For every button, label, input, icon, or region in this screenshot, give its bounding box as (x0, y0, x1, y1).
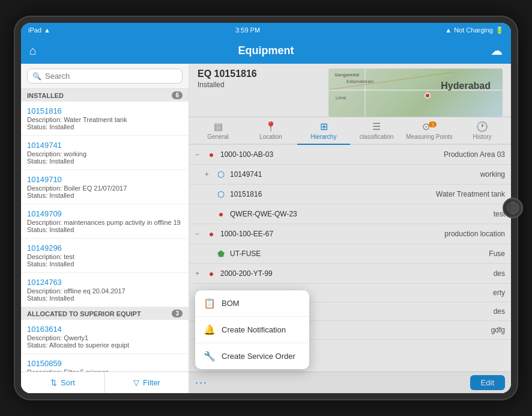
item-id: 10149710 (27, 175, 183, 184)
item-desc: Description: test (27, 253, 183, 260)
tablet-screen: iPad ▲ 3:59 PM ▲ Not Charging 🔋 ⌂ Equipm… (21, 23, 511, 393)
list-item[interactable]: 10149296 Description: test Status: Insta… (21, 239, 189, 273)
right-panel: EQ 10151816 Installed Hyderabad (189, 64, 511, 393)
installed-label: INSTALLED (27, 92, 64, 99)
item-status: Status: Installed (27, 260, 183, 268)
item-status: Status: Installed (27, 295, 183, 302)
item-status: Status: Installed (27, 123, 183, 130)
search-input[interactable] (45, 72, 177, 81)
item-id: 10149709 (27, 209, 183, 218)
item-status: Status: Installed (27, 192, 183, 199)
item-status: Status: Installed (27, 158, 183, 165)
device-label: iPad (28, 26, 41, 34)
create-notification-label: Create Notification (222, 325, 286, 334)
sort-button[interactable]: ⇅ Sort (21, 372, 105, 393)
tablet-frame: iPad ▲ 3:59 PM ▲ Not Charging 🔋 ⌂ Equipm… (14, 16, 518, 400)
item-desc: Description: maintenances pump activity … (27, 219, 183, 226)
list-item[interactable]: 10149709 Description: maintenances pump … (21, 204, 189, 239)
filter-icon: ▽ (133, 378, 139, 387)
sidebar-footer: ⇅ Sort ▽ Filter (21, 372, 189, 393)
time-display: 3:59 PM (235, 26, 260, 34)
status-bar: iPad ▲ 3:59 PM ▲ Not Charging 🔋 (21, 23, 511, 37)
item-status: Status: Installed (27, 226, 183, 233)
wifi-icon: ▲ (44, 26, 50, 34)
popup-create-notification[interactable]: 🔔 Create Notification (195, 317, 309, 343)
item-id: 10149296 (27, 243, 183, 252)
item-id: 10163614 (27, 325, 183, 334)
item-desc: Description: working (27, 150, 183, 158)
sort-icon: ⇅ (50, 378, 57, 387)
item-desc: Description: Qwerty1 (27, 334, 183, 341)
list-item[interactable]: 10151816 Description: Water Treatment ta… (21, 102, 189, 136)
battery-icon: 🔋 (495, 26, 504, 34)
status-right: ▲ Not Charging 🔋 (445, 26, 504, 34)
sidebar: 🔍 INSTALLED 6 10151816 Description: Wate… (21, 64, 189, 393)
item-status: Status: Allocated to superior equipt (27, 341, 183, 349)
installed-section-header: INSTALLED 6 (21, 89, 189, 102)
status-left: iPad ▲ (28, 26, 50, 34)
list-item[interactable]: 10124763 Description: offline eq 20.04.2… (21, 273, 189, 307)
popup-bom[interactable]: 📋 BOM (195, 290, 309, 317)
installed-count: 6 (172, 91, 183, 99)
item-id: 10151816 (27, 106, 183, 115)
app-header: ⌂ Equipment ☁ (21, 37, 511, 64)
popup-create-service-order[interactable]: 🔧 Create Service Order (195, 343, 309, 369)
home-button[interactable]: ⌂ (29, 44, 37, 58)
app-title: Equipment (238, 44, 294, 57)
main-content: 🔍 INSTALLED 6 10151816 Description: Wate… (21, 64, 511, 393)
item-id: 10149741 (27, 141, 183, 150)
item-id: 10124763 (27, 278, 183, 287)
allocated-section-header: ALLOCATED TO SUPERIOR EQUIPT 3 (21, 307, 189, 320)
sync-button[interactable]: ☁ (491, 43, 503, 58)
sidebar-list: INSTALLED 6 10151816 Description: Water … (21, 89, 189, 372)
popup-menu: 📋 BOM 🔔 Create Notification 🔧 Create Ser… (195, 290, 309, 369)
search-bar: 🔍 (21, 64, 189, 89)
list-item[interactable]: 10149741 Description: working Status: In… (21, 136, 189, 170)
service-order-icon: 🔧 (204, 350, 216, 362)
filter-label: Filter (143, 378, 160, 387)
list-item[interactable]: 10150859 Description: Filter 5 microns S… (21, 354, 189, 372)
allocated-label: ALLOCATED TO SUPERIOR EQUIPT (27, 310, 141, 317)
item-id: 10150859 (27, 359, 183, 368)
battery-label: Not Charging (454, 26, 493, 34)
bom-label: BOM (222, 299, 240, 308)
item-desc: Description: offline eq 20.04.2017 (27, 287, 183, 295)
bom-icon: 📋 (204, 298, 216, 309)
item-desc: Description: Water Treatment tank (27, 116, 183, 123)
signal-icon: ▲ (445, 26, 452, 34)
notification-icon: 🔔 (204, 324, 216, 335)
list-item[interactable]: 10149710 Description: Boiler EQ 21/07/20… (21, 170, 189, 204)
list-item[interactable]: 10163614 Description: Qwerty1 Status: Al… (21, 320, 189, 354)
sort-label: Sort (61, 378, 75, 387)
search-icon: 🔍 (32, 72, 41, 81)
allocated-count: 3 (172, 310, 183, 317)
filter-button[interactable]: ▽ Filter (105, 372, 189, 393)
create-service-order-label: Create Service Order (222, 352, 295, 361)
item-desc: Description: Boiler EQ 21/07/2017 (27, 185, 183, 192)
search-input-wrap: 🔍 (27, 69, 183, 84)
